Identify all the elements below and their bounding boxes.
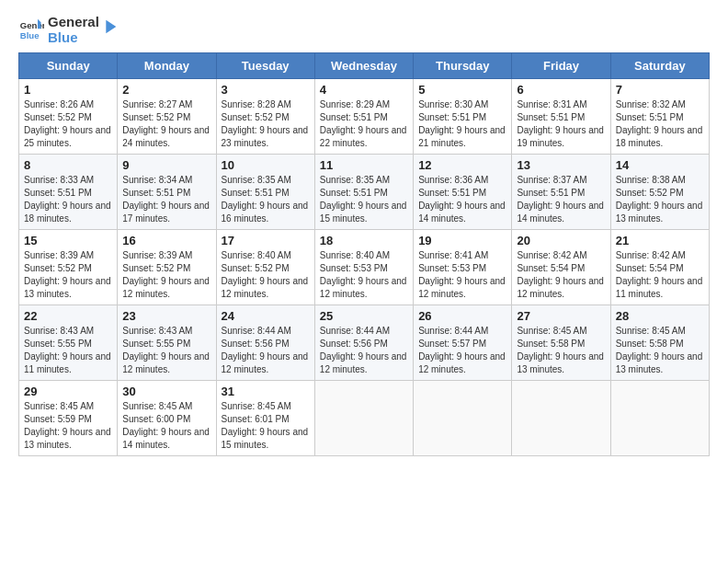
day-number: 19	[418, 234, 506, 247]
day-number: 23	[122, 309, 210, 323]
calendar-week-row: 29 Sunrise: 8:45 AM Sunset: 5:59 PM Dayl…	[19, 381, 710, 456]
day-number: 21	[616, 234, 704, 247]
calendar-cell: 16 Sunrise: 8:39 AM Sunset: 5:52 PM Dayl…	[118, 230, 216, 305]
logo-general-text: General	[48, 14, 99, 29]
day-info: Sunrise: 8:33 AM Sunset: 5:51 PM Dayligh…	[24, 174, 112, 225]
day-number: 2	[122, 83, 210, 97]
calendar-cell: 1 Sunrise: 8:26 AM Sunset: 5:52 PM Dayli…	[19, 79, 118, 155]
calendar-cell: 26 Sunrise: 8:44 AM Sunset: 5:57 PM Dayl…	[414, 305, 512, 381]
calendar-cell: 29 Sunrise: 8:45 AM Sunset: 5:59 PM Dayl…	[19, 381, 118, 456]
day-info: Sunrise: 8:44 AM Sunset: 5:57 PM Dayligh…	[418, 325, 506, 376]
calendar-cell: 11 Sunrise: 8:35 AM Sunset: 5:51 PM Dayl…	[314, 155, 413, 230]
day-number: 11	[320, 158, 408, 172]
day-info: Sunrise: 8:29 AM Sunset: 5:51 PM Dayligh…	[320, 98, 408, 150]
calendar-cell: 25 Sunrise: 8:44 AM Sunset: 5:56 PM Dayl…	[314, 305, 413, 381]
day-number: 27	[517, 309, 605, 323]
day-info: Sunrise: 8:40 AM Sunset: 5:53 PM Dayligh…	[320, 249, 408, 301]
day-number: 29	[24, 385, 112, 398]
day-info: Sunrise: 8:45 AM Sunset: 5:59 PM Dayligh…	[24, 400, 112, 452]
calendar-cell: 4 Sunrise: 8:29 AM Sunset: 5:51 PM Dayli…	[314, 79, 413, 155]
calendar-cell	[512, 381, 610, 456]
day-info: Sunrise: 8:26 AM Sunset: 5:52 PM Dayligh…	[24, 98, 112, 150]
calendar-cell: 3 Sunrise: 8:28 AM Sunset: 5:52 PM Dayli…	[216, 79, 314, 155]
weekday-header-wednesday: Wednesday	[314, 53, 413, 79]
day-number: 5	[418, 83, 506, 97]
calendar-cell: 28 Sunrise: 8:45 AM Sunset: 5:58 PM Dayl…	[610, 305, 709, 381]
calendar-cell: 20 Sunrise: 8:42 AM Sunset: 5:54 PM Dayl…	[512, 230, 610, 305]
calendar-week-row: 15 Sunrise: 8:39 AM Sunset: 5:52 PM Dayl…	[19, 230, 710, 305]
day-info: Sunrise: 8:27 AM Sunset: 5:52 PM Dayligh…	[122, 98, 210, 150]
day-number: 20	[517, 234, 605, 247]
calendar-cell: 9 Sunrise: 8:34 AM Sunset: 5:51 PM Dayli…	[118, 155, 216, 230]
day-number: 8	[24, 158, 112, 172]
day-info: Sunrise: 8:44 AM Sunset: 5:56 PM Dayligh…	[222, 325, 310, 376]
weekday-header-thursday: Thursday	[414, 53, 512, 79]
calendar-cell: 23 Sunrise: 8:43 AM Sunset: 5:55 PM Dayl…	[118, 305, 216, 381]
calendar-cell: 17 Sunrise: 8:40 AM Sunset: 5:52 PM Dayl…	[216, 230, 314, 305]
day-number: 30	[122, 385, 210, 398]
calendar-cell: 15 Sunrise: 8:39 AM Sunset: 5:52 PM Dayl…	[19, 230, 118, 305]
day-info: Sunrise: 8:31 AM Sunset: 5:51 PM Dayligh…	[517, 98, 605, 150]
weekday-header-tuesday: Tuesday	[216, 53, 314, 79]
svg-marker-3	[106, 19, 116, 33]
logo-blue-text: Blue	[48, 29, 78, 45]
day-number: 26	[418, 309, 506, 323]
logo: General Blue General Blue	[18, 15, 119, 45]
calendar-cell	[414, 381, 512, 456]
day-info: Sunrise: 8:45 AM Sunset: 5:58 PM Dayligh…	[517, 325, 605, 376]
page-header: General Blue General Blue	[18, 15, 710, 45]
calendar-cell: 22 Sunrise: 8:43 AM Sunset: 5:55 PM Dayl…	[19, 305, 118, 381]
weekday-header-monday: Monday	[118, 53, 216, 79]
calendar-cell: 14 Sunrise: 8:38 AM Sunset: 5:52 PM Dayl…	[610, 155, 709, 230]
weekday-header-friday: Friday	[512, 53, 610, 79]
calendar-cell: 27 Sunrise: 8:45 AM Sunset: 5:58 PM Dayl…	[512, 305, 610, 381]
calendar-cell	[314, 381, 413, 456]
calendar-cell: 13 Sunrise: 8:37 AM Sunset: 5:51 PM Dayl…	[512, 155, 610, 230]
calendar-table: SundayMondayTuesdayWednesdayThursdayFrid…	[18, 52, 710, 456]
weekday-header-saturday: Saturday	[610, 53, 709, 79]
calendar-cell: 12 Sunrise: 8:36 AM Sunset: 5:51 PM Dayl…	[414, 155, 512, 230]
calendar-cell	[610, 381, 709, 456]
day-number: 4	[320, 83, 408, 97]
calendar-cell: 19 Sunrise: 8:41 AM Sunset: 5:53 PM Dayl…	[414, 230, 512, 305]
calendar-cell: 2 Sunrise: 8:27 AM Sunset: 5:52 PM Dayli…	[118, 79, 216, 155]
logo-icon: General Blue	[18, 17, 44, 43]
day-number: 25	[320, 309, 408, 323]
day-info: Sunrise: 8:42 AM Sunset: 5:54 PM Dayligh…	[517, 249, 605, 301]
day-info: Sunrise: 8:35 AM Sunset: 5:51 PM Dayligh…	[222, 174, 310, 225]
day-info: Sunrise: 8:40 AM Sunset: 5:52 PM Dayligh…	[222, 249, 310, 301]
day-number: 15	[24, 234, 112, 247]
day-info: Sunrise: 8:41 AM Sunset: 5:53 PM Dayligh…	[418, 249, 506, 301]
svg-text:Blue: Blue	[20, 29, 40, 40]
day-info: Sunrise: 8:39 AM Sunset: 5:52 PM Dayligh…	[122, 249, 210, 301]
day-info: Sunrise: 8:37 AM Sunset: 5:51 PM Dayligh…	[517, 174, 605, 225]
day-info: Sunrise: 8:43 AM Sunset: 5:55 PM Dayligh…	[122, 325, 210, 376]
day-number: 10	[222, 158, 310, 172]
day-info: Sunrise: 8:35 AM Sunset: 5:51 PM Dayligh…	[320, 174, 408, 225]
day-number: 18	[320, 234, 408, 247]
day-number: 17	[222, 234, 310, 247]
calendar-cell: 21 Sunrise: 8:42 AM Sunset: 5:54 PM Dayl…	[610, 230, 709, 305]
calendar-week-row: 22 Sunrise: 8:43 AM Sunset: 5:55 PM Dayl…	[19, 305, 710, 381]
logo-arrow-icon	[99, 17, 119, 37]
weekday-header-sunday: Sunday	[19, 53, 118, 79]
day-number: 6	[517, 83, 605, 97]
day-number: 7	[616, 83, 704, 97]
day-info: Sunrise: 8:38 AM Sunset: 5:52 PM Dayligh…	[616, 174, 704, 225]
day-info: Sunrise: 8:36 AM Sunset: 5:51 PM Dayligh…	[418, 174, 506, 225]
calendar-cell: 31 Sunrise: 8:45 AM Sunset: 6:01 PM Dayl…	[216, 381, 314, 456]
day-info: Sunrise: 8:45 AM Sunset: 6:00 PM Dayligh…	[122, 400, 210, 452]
calendar-cell: 6 Sunrise: 8:31 AM Sunset: 5:51 PM Dayli…	[512, 79, 610, 155]
calendar-cell: 7 Sunrise: 8:32 AM Sunset: 5:51 PM Dayli…	[610, 79, 709, 155]
calendar-cell: 24 Sunrise: 8:44 AM Sunset: 5:56 PM Dayl…	[216, 305, 314, 381]
day-number: 28	[616, 309, 704, 323]
calendar-cell: 30 Sunrise: 8:45 AM Sunset: 6:00 PM Dayl…	[118, 381, 216, 456]
day-number: 16	[122, 234, 210, 247]
calendar-cell: 8 Sunrise: 8:33 AM Sunset: 5:51 PM Dayli…	[19, 155, 118, 230]
day-number: 14	[616, 158, 704, 172]
day-number: 24	[222, 309, 310, 323]
calendar-week-row: 8 Sunrise: 8:33 AM Sunset: 5:51 PM Dayli…	[19, 155, 710, 230]
day-number: 31	[222, 385, 310, 398]
day-info: Sunrise: 8:42 AM Sunset: 5:54 PM Dayligh…	[616, 249, 704, 301]
day-info: Sunrise: 8:34 AM Sunset: 5:51 PM Dayligh…	[122, 174, 210, 225]
